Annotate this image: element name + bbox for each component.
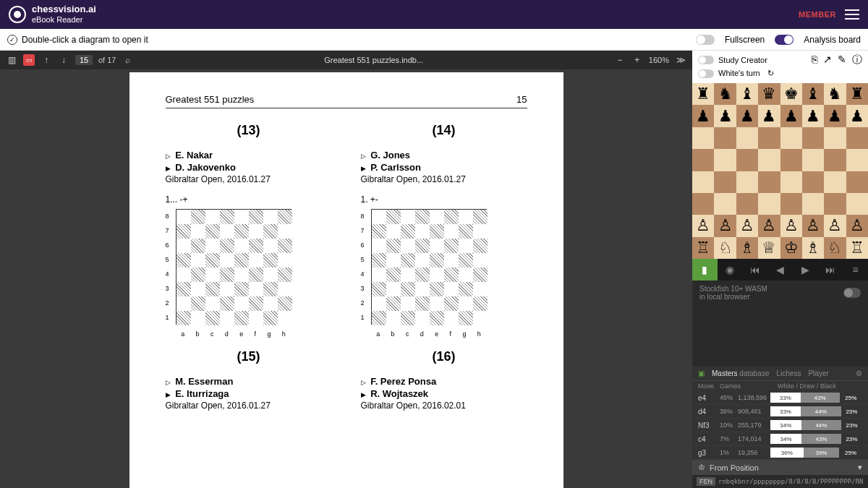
from-position-dropdown[interactable]: ♔ From Position ▾ bbox=[692, 460, 868, 475]
turn-toggle[interactable] bbox=[698, 69, 714, 78]
brand[interactable]: chessvision.ai eBook Reader bbox=[9, 4, 96, 25]
prev-move-icon[interactable]: ◀ bbox=[767, 264, 793, 275]
book-page: Greatest 551 puzzles 15 (13)▷ E. Nakar▶ … bbox=[129, 72, 563, 488]
reader-toolbar: ▥ ▭ ↑ ↓ of 17 ⌕ Greatest 551 puzzles.ind… bbox=[0, 51, 692, 69]
crown-icon: ♔ bbox=[698, 463, 705, 472]
db-move-row[interactable]: d436%908,46133%44%23% bbox=[692, 405, 868, 419]
puzzle-number: (16) bbox=[361, 349, 527, 364]
db-move-row[interactable]: e445%1,138,59633%43%25% bbox=[692, 391, 868, 405]
engine-toggle[interactable] bbox=[843, 288, 861, 298]
book-tab-icon[interactable]: ▮ bbox=[692, 259, 718, 281]
tools-icon[interactable]: ≫ bbox=[675, 54, 686, 66]
db-move-row[interactable]: g31%19,25636%39%25% bbox=[692, 446, 868, 460]
sub-toolbar: ✓ Double-click a diagram to open it Full… bbox=[0, 29, 868, 51]
copy-icon[interactable]: ⎘ bbox=[812, 53, 817, 67]
engine-row: Stockfish 10+ WASM in local browser bbox=[692, 281, 868, 305]
brand-subtitle: eBook Reader bbox=[32, 15, 82, 24]
chevron-down-icon: ▾ bbox=[858, 463, 862, 472]
playback-controls: ▮ ◉ ⏮ ◀ ▶ ⏭ ≡ bbox=[692, 259, 868, 281]
gear-icon[interactable]: ⚙ bbox=[856, 369, 862, 377]
db-tab-lichess[interactable]: Lichess bbox=[777, 369, 801, 377]
puzzle-number: (13) bbox=[166, 123, 332, 138]
next-move-icon[interactable]: ▶ bbox=[793, 264, 818, 275]
db-col-wdl: White / Draw / Black bbox=[778, 382, 836, 390]
search-icon[interactable]: ⌕ bbox=[122, 54, 133, 66]
analysis-board-toggle[interactable] bbox=[775, 35, 793, 45]
check-icon: ✓ bbox=[7, 35, 17, 45]
zoom-level: 160% bbox=[649, 56, 669, 64]
first-move-icon[interactable]: ⏮ bbox=[742, 264, 767, 275]
edit-icon[interactable]: ✎ bbox=[838, 53, 846, 67]
chess-diagram[interactable]: 87654321abcdefgh bbox=[166, 209, 296, 339]
db-tab-masters[interactable]: Masters database bbox=[712, 369, 770, 377]
share-icon[interactable]: ↗ bbox=[823, 53, 832, 67]
zoom-out-icon[interactable]: − bbox=[614, 54, 626, 66]
hint-text: Double-click a diagram to open it bbox=[22, 35, 148, 45]
engine-name: Stockfish 10+ WASM bbox=[699, 285, 767, 293]
page-header-number: 15 bbox=[516, 94, 527, 105]
db-col-move: Move bbox=[698, 382, 720, 390]
analysis-panel: Study Creator ⎘ ↗ ✎ ⓘ White's turn ↻ ♜♞♝… bbox=[692, 51, 868, 488]
db-move-row[interactable]: c47%174,01434%43%23% bbox=[692, 432, 868, 446]
page-down-icon[interactable]: ↓ bbox=[58, 54, 69, 66]
sidebar-toggle-icon[interactable]: ▥ bbox=[6, 54, 17, 66]
pdf-reader: ▥ ▭ ↑ ↓ of 17 ⌕ Greatest 551 puzzles.ind… bbox=[0, 51, 692, 488]
zoom-in-icon[interactable]: + bbox=[631, 54, 643, 66]
study-creator-toggle[interactable] bbox=[698, 56, 714, 64]
engine-sub: in local browser bbox=[699, 293, 767, 301]
menu-lines-icon[interactable]: ≡ bbox=[843, 264, 868, 275]
menu-icon[interactable] bbox=[845, 9, 859, 20]
puzzle-number: (14) bbox=[361, 123, 527, 138]
db-col-games: Games bbox=[720, 382, 741, 390]
study-creator-label: Study Creator bbox=[718, 56, 767, 64]
page-number-input[interactable] bbox=[75, 55, 93, 65]
db-expand-icon[interactable]: ▣ bbox=[698, 369, 705, 377]
page-up-icon[interactable]: ↑ bbox=[41, 54, 52, 66]
fen-row: FEN rnbqkbnr/pppppppp/8/8/8/8/PPPPPPPP/R… bbox=[692, 475, 868, 488]
analysis-label: Analysis board bbox=[804, 35, 861, 45]
from-position-label: From Position bbox=[710, 463, 759, 472]
opening-database: ▣ Masters database Lichess Player ⚙ Move… bbox=[692, 367, 868, 460]
page-header-title: Greatest 551 puzzles bbox=[166, 94, 255, 105]
member-badge[interactable]: MEMBER bbox=[799, 10, 836, 19]
chess-diagram[interactable]: 87654321abcdefgh bbox=[361, 209, 491, 339]
last-move-icon[interactable]: ⏭ bbox=[818, 264, 843, 275]
page-total: of 17 bbox=[98, 56, 116, 64]
pdf-icon[interactable]: ▭ bbox=[23, 54, 35, 66]
brand-name: chessvision.ai bbox=[32, 4, 96, 14]
db-tab-player[interactable]: Player bbox=[808, 369, 828, 377]
db-move-row[interactable]: Nf310%255,17934%44%23% bbox=[692, 419, 868, 432]
fen-label: FEN bbox=[697, 477, 715, 486]
turn-label: White's turn bbox=[718, 69, 760, 77]
record-icon[interactable]: ◉ bbox=[718, 264, 743, 275]
fullscreen-toggle[interactable] bbox=[696, 35, 715, 45]
puzzle-number: (15) bbox=[166, 349, 332, 364]
top-navbar: chessvision.ai eBook Reader MEMBER bbox=[0, 0, 868, 29]
refresh-icon[interactable]: ↻ bbox=[767, 69, 774, 78]
fen-string[interactable]: rnbqkbnr/pppppppp/8/8/8/8/PPPPPPPP/RNBQK… bbox=[718, 478, 864, 485]
analysis-chessboard[interactable]: ♜♞♝♛♚♝♞♜♟♟♟♟♟♟♟♟♙♙♙♙♙♙♙♙♖♘♗♕♔♗♘♖ bbox=[692, 83, 868, 259]
brand-logo-icon bbox=[9, 6, 26, 23]
fullscreen-label: Fullscreen bbox=[725, 35, 765, 45]
document-title: Greatest 551 puzzles.indb... bbox=[140, 56, 606, 64]
info-icon[interactable]: ⓘ bbox=[852, 53, 862, 67]
